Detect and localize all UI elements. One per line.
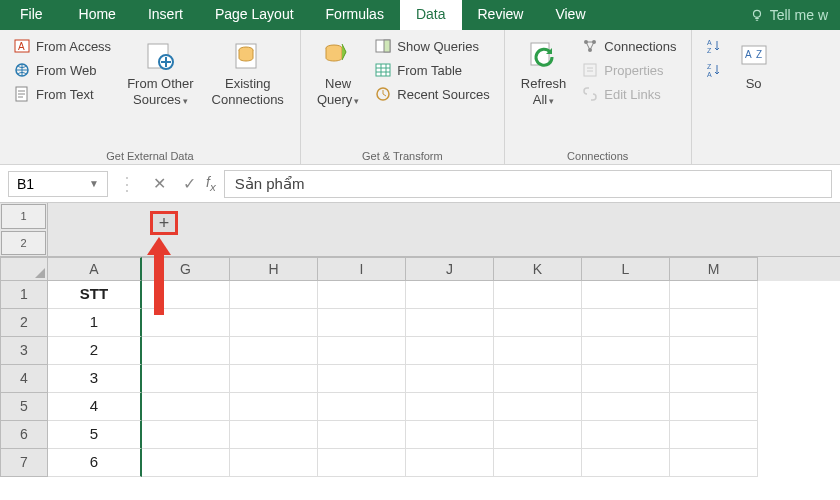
cell[interactable] xyxy=(670,365,758,393)
cell[interactable] xyxy=(318,449,406,477)
row-header[interactable]: 1 xyxy=(0,281,48,309)
row-header[interactable]: 3 xyxy=(0,337,48,365)
cell[interactable] xyxy=(230,337,318,365)
cell[interactable] xyxy=(670,421,758,449)
row-header[interactable]: 4 xyxy=(0,365,48,393)
cell[interactable] xyxy=(670,393,758,421)
cell[interactable] xyxy=(230,421,318,449)
recent-sources-button[interactable]: Recent Sources xyxy=(371,84,494,104)
tab-insert[interactable]: Insert xyxy=(132,0,199,30)
cell[interactable] xyxy=(670,281,758,309)
column-header-l[interactable]: L xyxy=(582,257,670,281)
tab-page-layout[interactable]: Page Layout xyxy=(199,0,310,30)
row-header[interactable]: 2 xyxy=(0,309,48,337)
cell[interactable] xyxy=(582,365,670,393)
tab-review[interactable]: Review xyxy=(462,0,540,30)
cell[interactable] xyxy=(582,449,670,477)
cell[interactable] xyxy=(230,393,318,421)
cell[interactable] xyxy=(494,365,582,393)
cell[interactable] xyxy=(582,393,670,421)
sort-za-button[interactable]: ZA xyxy=(702,60,726,80)
outline-level-1[interactable]: 1 xyxy=(1,204,46,229)
cell[interactable]: 5 xyxy=(48,421,142,449)
cell[interactable]: STT xyxy=(48,281,142,309)
cell[interactable] xyxy=(142,365,230,393)
cell[interactable] xyxy=(142,309,230,337)
cell[interactable] xyxy=(318,281,406,309)
cell[interactable] xyxy=(406,393,494,421)
cell[interactable] xyxy=(406,337,494,365)
cell[interactable]: 3 xyxy=(48,365,142,393)
cell[interactable] xyxy=(406,365,494,393)
fx-icon[interactable]: fx xyxy=(206,174,220,193)
show-queries-button[interactable]: Show Queries xyxy=(371,36,494,56)
outline-expand-button[interactable]: + xyxy=(150,211,178,235)
column-header-j[interactable]: J xyxy=(406,257,494,281)
formula-input[interactable]: Sản phẩm xyxy=(224,170,832,198)
cell[interactable] xyxy=(318,393,406,421)
cell[interactable] xyxy=(406,309,494,337)
tab-view[interactable]: View xyxy=(539,0,601,30)
row-header[interactable]: 5 xyxy=(0,393,48,421)
name-box-dropdown-icon[interactable]: ▼ xyxy=(89,178,99,189)
column-header-i[interactable]: I xyxy=(318,257,406,281)
cell[interactable]: 6 xyxy=(48,449,142,477)
cell[interactable] xyxy=(582,337,670,365)
from-access-button[interactable]: A From Access xyxy=(10,36,115,56)
cell[interactable] xyxy=(142,449,230,477)
tab-formulas[interactable]: Formulas xyxy=(310,0,400,30)
cell[interactable] xyxy=(142,393,230,421)
cell[interactable] xyxy=(494,421,582,449)
new-query-button[interactable]: New Query▾ xyxy=(311,36,365,111)
cell[interactable] xyxy=(318,337,406,365)
from-table-button[interactable]: From Table xyxy=(371,60,494,80)
from-other-sources-button[interactable]: From Other Sources▾ xyxy=(121,36,199,111)
cell[interactable] xyxy=(230,365,318,393)
connections-button[interactable]: Connections xyxy=(578,36,680,56)
tab-data[interactable]: Data xyxy=(400,0,462,30)
cell[interactable] xyxy=(494,309,582,337)
outline-level-2[interactable]: 2 xyxy=(1,231,46,256)
column-header-g[interactable]: G xyxy=(142,257,230,281)
column-header-a[interactable]: A xyxy=(48,257,142,281)
from-web-button[interactable]: From Web xyxy=(10,60,115,80)
cell[interactable] xyxy=(142,337,230,365)
from-text-button[interactable]: From Text xyxy=(10,84,115,104)
cell[interactable] xyxy=(406,421,494,449)
row-header[interactable]: 7 xyxy=(0,449,48,477)
cell[interactable] xyxy=(670,309,758,337)
cell[interactable] xyxy=(406,449,494,477)
cell[interactable] xyxy=(406,281,494,309)
cell[interactable] xyxy=(142,421,230,449)
tab-file[interactable]: File xyxy=(0,0,63,30)
cell[interactable] xyxy=(230,309,318,337)
cell[interactable] xyxy=(230,281,318,309)
column-header-m[interactable]: M xyxy=(670,257,758,281)
cell[interactable] xyxy=(494,449,582,477)
cancel-formula-button[interactable]: ✕ xyxy=(146,174,172,193)
cell[interactable]: 1 xyxy=(48,309,142,337)
name-box[interactable]: B1 ▼ xyxy=(8,171,108,197)
sort-az-button[interactable]: AZ xyxy=(702,36,726,56)
column-header-h[interactable]: H xyxy=(230,257,318,281)
cell[interactable]: 2 xyxy=(48,337,142,365)
cell[interactable] xyxy=(582,421,670,449)
cell[interactable] xyxy=(318,365,406,393)
enter-formula-button[interactable]: ✓ xyxy=(176,174,202,193)
tell-me[interactable]: Tell me w xyxy=(738,0,840,30)
cell[interactable] xyxy=(230,449,318,477)
tab-home[interactable]: Home xyxy=(63,0,132,30)
cell[interactable] xyxy=(494,337,582,365)
cell[interactable] xyxy=(318,309,406,337)
existing-connections-button[interactable]: Existing Connections xyxy=(206,36,290,111)
row-header[interactable]: 6 xyxy=(0,421,48,449)
cell[interactable] xyxy=(582,309,670,337)
cell[interactable] xyxy=(582,281,670,309)
refresh-all-button[interactable]: Refresh All▾ xyxy=(515,36,573,111)
select-all-corner[interactable] xyxy=(0,257,48,281)
cell[interactable] xyxy=(318,421,406,449)
cell[interactable] xyxy=(670,449,758,477)
cell[interactable] xyxy=(494,393,582,421)
cell[interactable] xyxy=(494,281,582,309)
sort-button[interactable]: AZ So xyxy=(732,36,770,96)
